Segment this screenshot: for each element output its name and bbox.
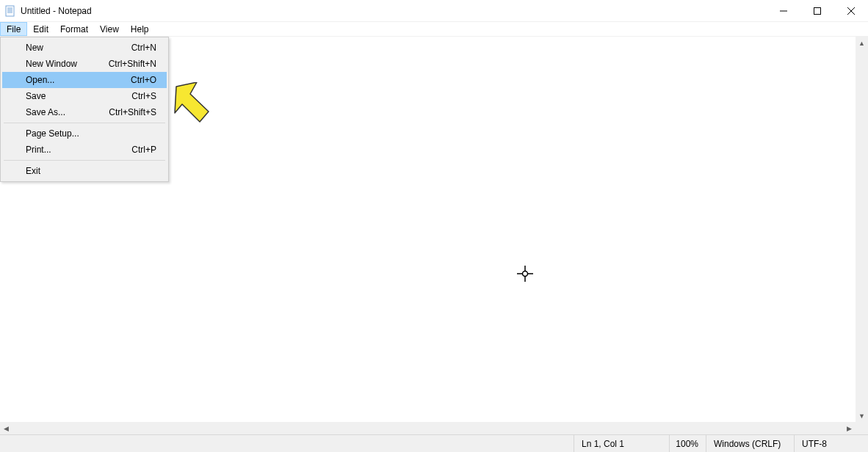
- menu-separator: [4, 123, 165, 123]
- status-zoom: 100%: [670, 435, 706, 452]
- menu-item-label: New Window: [26, 59, 77, 69]
- menu-item-label: Save: [26, 91, 46, 101]
- scroll-right-icon[interactable]: ▶: [843, 422, 856, 434]
- status-bar: Ln 1, Col 1 100% Windows (CRLF) UTF-8: [0, 434, 868, 452]
- minimize-button[interactable]: [767, 0, 800, 21]
- file-menu-save[interactable]: Save Ctrl+S: [2, 88, 167, 104]
- menu-view[interactable]: View: [94, 22, 125, 36]
- menu-item-shortcut: Ctrl+N: [131, 43, 156, 53]
- menu-item-shortcut: Ctrl+Shift+N: [109, 59, 156, 69]
- status-spacer: [0, 435, 574, 452]
- menu-item-shortcut: Ctrl+Shift+S: [109, 107, 156, 117]
- file-menu-exit[interactable]: Exit: [2, 163, 167, 179]
- menu-item-shortcut: Ctrl+S: [131, 91, 156, 101]
- menu-item-shortcut: Ctrl+O: [131, 75, 156, 85]
- svg-rect-6: [814, 7, 821, 14]
- menu-file[interactable]: File: [0, 22, 27, 36]
- close-button[interactable]: [834, 0, 868, 21]
- maximize-button[interactable]: [800, 0, 834, 21]
- file-menu-open[interactable]: Open... Ctrl+O: [2, 72, 167, 88]
- scroll-down-icon[interactable]: ▼: [856, 409, 868, 422]
- file-menu-save-as[interactable]: Save As... Ctrl+Shift+S: [2, 104, 167, 120]
- notepad-icon: [4, 5, 16, 17]
- menu-format[interactable]: Format: [54, 22, 94, 36]
- scroll-up-icon[interactable]: ▲: [856, 37, 868, 49]
- menu-item-shortcut: Ctrl+P: [131, 145, 156, 155]
- menu-bar: File Edit Format View Help: [0, 22, 868, 37]
- window-title: Untitled - Notepad: [21, 6, 92, 16]
- horizontal-scrollbar[interactable]: ◀ ▶: [0, 422, 856, 434]
- file-menu-new[interactable]: New Ctrl+N: [2, 40, 167, 56]
- menu-separator: [4, 160, 165, 161]
- status-position: Ln 1, Col 1: [574, 435, 670, 452]
- scroll-left-icon[interactable]: ◀: [0, 422, 12, 434]
- menu-item-label: Print...: [26, 145, 51, 155]
- status-line-ending: Windows (CRLF): [706, 435, 795, 452]
- window-controls: [767, 0, 868, 21]
- file-menu-print[interactable]: Print... Ctrl+P: [2, 142, 167, 158]
- scroll-corner: [856, 422, 868, 434]
- file-menu-dropdown: New Ctrl+N New Window Ctrl+Shift+N Open.…: [0, 37, 169, 182]
- menu-edit[interactable]: Edit: [27, 22, 54, 36]
- menu-item-label: Page Setup...: [26, 128, 79, 139]
- vertical-scrollbar[interactable]: ▲ ▼: [856, 37, 868, 422]
- file-menu-page-setup[interactable]: Page Setup...: [2, 125, 167, 142]
- menu-item-label: Open...: [26, 75, 54, 85]
- status-encoding: UTF-8: [795, 435, 868, 452]
- menu-help[interactable]: Help: [125, 22, 155, 36]
- menu-item-label: Save As...: [26, 107, 65, 117]
- menu-item-label: Exit: [26, 166, 40, 176]
- menu-item-label: New: [26, 43, 43, 53]
- file-menu-new-window[interactable]: New Window Ctrl+Shift+N: [2, 56, 167, 72]
- title-bar: Untitled - Notepad: [0, 0, 868, 22]
